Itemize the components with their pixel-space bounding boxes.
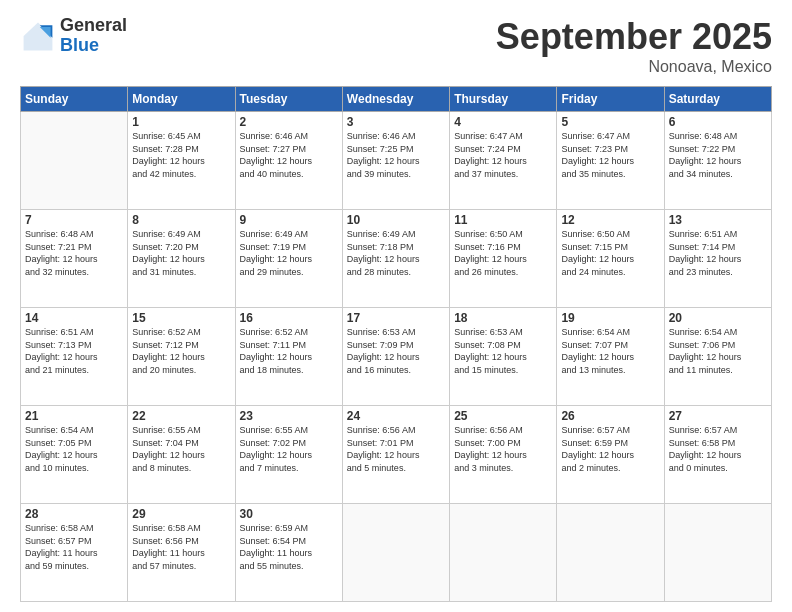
calendar-cell: 6Sunrise: 6:48 AM Sunset: 7:22 PM Daylig… <box>664 112 771 210</box>
header-sunday: Sunday <box>21 87 128 112</box>
day-info: Sunrise: 6:58 AM Sunset: 6:57 PM Dayligh… <box>25 522 123 572</box>
calendar-cell: 7Sunrise: 6:48 AM Sunset: 7:21 PM Daylig… <box>21 210 128 308</box>
header-monday: Monday <box>128 87 235 112</box>
day-info: Sunrise: 6:53 AM Sunset: 7:08 PM Dayligh… <box>454 326 552 376</box>
day-number: 14 <box>25 311 123 325</box>
calendar-cell: 27Sunrise: 6:57 AM Sunset: 6:58 PM Dayli… <box>664 406 771 504</box>
calendar-week-row-3: 21Sunrise: 6:54 AM Sunset: 7:05 PM Dayli… <box>21 406 772 504</box>
day-number: 5 <box>561 115 659 129</box>
day-number: 29 <box>132 507 230 521</box>
day-info: Sunrise: 6:48 AM Sunset: 7:21 PM Dayligh… <box>25 228 123 278</box>
calendar-cell: 26Sunrise: 6:57 AM Sunset: 6:59 PM Dayli… <box>557 406 664 504</box>
calendar-cell <box>664 504 771 602</box>
calendar-cell: 15Sunrise: 6:52 AM Sunset: 7:12 PM Dayli… <box>128 308 235 406</box>
day-info: Sunrise: 6:46 AM Sunset: 7:27 PM Dayligh… <box>240 130 338 180</box>
day-number: 16 <box>240 311 338 325</box>
day-info: Sunrise: 6:54 AM Sunset: 7:05 PM Dayligh… <box>25 424 123 474</box>
page: General Blue September 2025 Nonoava, Mex… <box>0 0 792 612</box>
calendar-week-row-2: 14Sunrise: 6:51 AM Sunset: 7:13 PM Dayli… <box>21 308 772 406</box>
day-info: Sunrise: 6:58 AM Sunset: 6:56 PM Dayligh… <box>132 522 230 572</box>
calendar-cell: 13Sunrise: 6:51 AM Sunset: 7:14 PM Dayli… <box>664 210 771 308</box>
day-number: 28 <box>25 507 123 521</box>
title-block: September 2025 Nonoava, Mexico <box>496 16 772 76</box>
calendar-table: Sunday Monday Tuesday Wednesday Thursday… <box>20 86 772 602</box>
day-number: 25 <box>454 409 552 423</box>
day-number: 12 <box>561 213 659 227</box>
calendar-cell: 17Sunrise: 6:53 AM Sunset: 7:09 PM Dayli… <box>342 308 449 406</box>
header-saturday: Saturday <box>664 87 771 112</box>
day-number: 7 <box>25 213 123 227</box>
day-number: 26 <box>561 409 659 423</box>
calendar-cell: 23Sunrise: 6:55 AM Sunset: 7:02 PM Dayli… <box>235 406 342 504</box>
day-number: 2 <box>240 115 338 129</box>
title-month: September 2025 <box>496 16 772 58</box>
day-number: 30 <box>240 507 338 521</box>
day-number: 1 <box>132 115 230 129</box>
header-thursday: Thursday <box>450 87 557 112</box>
logo-icon <box>20 18 56 54</box>
calendar-week-row-0: 1Sunrise: 6:45 AM Sunset: 7:28 PM Daylig… <box>21 112 772 210</box>
day-info: Sunrise: 6:52 AM Sunset: 7:11 PM Dayligh… <box>240 326 338 376</box>
header-tuesday: Tuesday <box>235 87 342 112</box>
calendar-cell: 22Sunrise: 6:55 AM Sunset: 7:04 PM Dayli… <box>128 406 235 504</box>
day-info: Sunrise: 6:56 AM Sunset: 7:00 PM Dayligh… <box>454 424 552 474</box>
calendar-cell: 3Sunrise: 6:46 AM Sunset: 7:25 PM Daylig… <box>342 112 449 210</box>
calendar-cell: 16Sunrise: 6:52 AM Sunset: 7:11 PM Dayli… <box>235 308 342 406</box>
day-number: 23 <box>240 409 338 423</box>
header-friday: Friday <box>557 87 664 112</box>
calendar-header-row: Sunday Monday Tuesday Wednesday Thursday… <box>21 87 772 112</box>
day-number: 24 <box>347 409 445 423</box>
calendar-cell: 30Sunrise: 6:59 AM Sunset: 6:54 PM Dayli… <box>235 504 342 602</box>
calendar-cell: 12Sunrise: 6:50 AM Sunset: 7:15 PM Dayli… <box>557 210 664 308</box>
day-info: Sunrise: 6:52 AM Sunset: 7:12 PM Dayligh… <box>132 326 230 376</box>
calendar-cell: 20Sunrise: 6:54 AM Sunset: 7:06 PM Dayli… <box>664 308 771 406</box>
calendar-cell: 10Sunrise: 6:49 AM Sunset: 7:18 PM Dayli… <box>342 210 449 308</box>
day-number: 17 <box>347 311 445 325</box>
day-info: Sunrise: 6:53 AM Sunset: 7:09 PM Dayligh… <box>347 326 445 376</box>
day-number: 19 <box>561 311 659 325</box>
calendar-cell: 21Sunrise: 6:54 AM Sunset: 7:05 PM Dayli… <box>21 406 128 504</box>
calendar-week-row-4: 28Sunrise: 6:58 AM Sunset: 6:57 PM Dayli… <box>21 504 772 602</box>
calendar-cell: 14Sunrise: 6:51 AM Sunset: 7:13 PM Dayli… <box>21 308 128 406</box>
calendar-cell: 5Sunrise: 6:47 AM Sunset: 7:23 PM Daylig… <box>557 112 664 210</box>
day-number: 22 <box>132 409 230 423</box>
day-number: 20 <box>669 311 767 325</box>
calendar-cell: 9Sunrise: 6:49 AM Sunset: 7:19 PM Daylig… <box>235 210 342 308</box>
header-wednesday: Wednesday <box>342 87 449 112</box>
calendar-cell <box>557 504 664 602</box>
day-info: Sunrise: 6:57 AM Sunset: 6:58 PM Dayligh… <box>669 424 767 474</box>
calendar-cell: 19Sunrise: 6:54 AM Sunset: 7:07 PM Dayli… <box>557 308 664 406</box>
day-info: Sunrise: 6:45 AM Sunset: 7:28 PM Dayligh… <box>132 130 230 180</box>
calendar-cell <box>21 112 128 210</box>
day-number: 4 <box>454 115 552 129</box>
day-number: 6 <box>669 115 767 129</box>
day-info: Sunrise: 6:49 AM Sunset: 7:20 PM Dayligh… <box>132 228 230 278</box>
calendar-cell: 29Sunrise: 6:58 AM Sunset: 6:56 PM Dayli… <box>128 504 235 602</box>
calendar-cell: 25Sunrise: 6:56 AM Sunset: 7:00 PM Dayli… <box>450 406 557 504</box>
day-number: 21 <box>25 409 123 423</box>
day-number: 10 <box>347 213 445 227</box>
day-info: Sunrise: 6:59 AM Sunset: 6:54 PM Dayligh… <box>240 522 338 572</box>
calendar-cell: 18Sunrise: 6:53 AM Sunset: 7:08 PM Dayli… <box>450 308 557 406</box>
day-info: Sunrise: 6:47 AM Sunset: 7:24 PM Dayligh… <box>454 130 552 180</box>
logo-text: General Blue <box>60 16 127 56</box>
day-info: Sunrise: 6:51 AM Sunset: 7:14 PM Dayligh… <box>669 228 767 278</box>
logo-blue-text: Blue <box>60 36 127 56</box>
day-number: 11 <box>454 213 552 227</box>
day-info: Sunrise: 6:51 AM Sunset: 7:13 PM Dayligh… <box>25 326 123 376</box>
day-info: Sunrise: 6:47 AM Sunset: 7:23 PM Dayligh… <box>561 130 659 180</box>
day-info: Sunrise: 6:54 AM Sunset: 7:07 PM Dayligh… <box>561 326 659 376</box>
title-location: Nonoava, Mexico <box>496 58 772 76</box>
calendar-cell: 11Sunrise: 6:50 AM Sunset: 7:16 PM Dayli… <box>450 210 557 308</box>
day-number: 18 <box>454 311 552 325</box>
day-info: Sunrise: 6:54 AM Sunset: 7:06 PM Dayligh… <box>669 326 767 376</box>
calendar-week-row-1: 7Sunrise: 6:48 AM Sunset: 7:21 PM Daylig… <box>21 210 772 308</box>
day-info: Sunrise: 6:46 AM Sunset: 7:25 PM Dayligh… <box>347 130 445 180</box>
day-info: Sunrise: 6:50 AM Sunset: 7:16 PM Dayligh… <box>454 228 552 278</box>
day-info: Sunrise: 6:48 AM Sunset: 7:22 PM Dayligh… <box>669 130 767 180</box>
day-info: Sunrise: 6:50 AM Sunset: 7:15 PM Dayligh… <box>561 228 659 278</box>
day-number: 9 <box>240 213 338 227</box>
logo: General Blue <box>20 16 127 56</box>
calendar-cell <box>342 504 449 602</box>
day-info: Sunrise: 6:57 AM Sunset: 6:59 PM Dayligh… <box>561 424 659 474</box>
